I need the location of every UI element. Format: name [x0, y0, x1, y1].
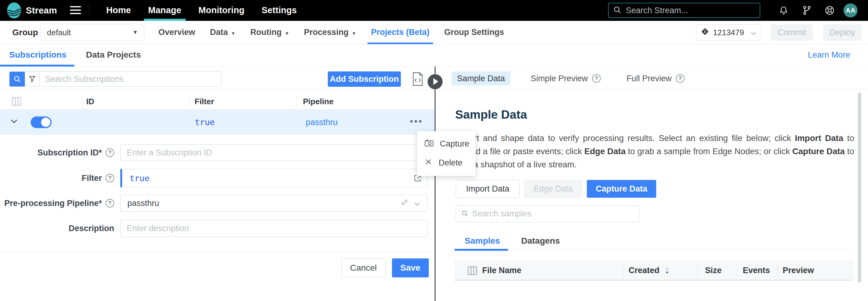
capture-data-button[interactable]: Capture Data — [587, 180, 656, 198]
sample-data-title: Sample Data — [455, 108, 527, 122]
chevron-down-icon[interactable] — [10, 119, 18, 125]
columns-icon[interactable] — [467, 266, 477, 276]
version-dropdown[interactable]: 1213479 — [696, 24, 761, 41]
enabled-toggle[interactable] — [31, 116, 52, 128]
filter-code-editor[interactable]: true — [120, 169, 428, 187]
git-branch-icon[interactable] — [802, 5, 812, 15]
row-filter-value[interactable]: true — [183, 110, 226, 135]
preview-panel: Sample Data Simple Preview ? Full Previe… — [436, 67, 868, 301]
search-icon — [461, 210, 468, 218]
help-icon[interactable]: ? — [592, 74, 601, 83]
filter-label: Filter — [82, 173, 102, 183]
column-header-pipeline[interactable]: Pipeline — [303, 94, 334, 109]
column-separator — [623, 265, 623, 277]
version-id: 1213479 — [713, 28, 744, 37]
tab-processing[interactable]: Processing▼ — [297, 21, 363, 44]
group-label: Group — [12, 21, 38, 44]
help-icon[interactable]: ? — [105, 199, 114, 207]
column-header-filter[interactable]: Filter — [195, 94, 214, 109]
nav-monitoring[interactable]: Monitoring — [190, 0, 253, 21]
cancel-button[interactable]: Cancel — [341, 258, 385, 277]
column-header-created[interactable]: Created — [629, 261, 660, 280]
row-pipeline-link[interactable]: passthru — [294, 110, 349, 135]
column-separator — [189, 95, 189, 108]
help-icon[interactable]: ? — [676, 74, 684, 83]
subscriptions-search-input[interactable] — [40, 72, 221, 87]
nav-manage[interactable]: Manage — [140, 0, 190, 21]
menu-item-capture[interactable]: Capture — [417, 134, 475, 153]
tab-subscriptions[interactable]: Subscriptions — [9, 44, 67, 67]
help-lifebuoy-icon[interactable] — [825, 5, 835, 15]
learn-more-link[interactable]: Learn More — [808, 44, 850, 67]
tab-simple-preview[interactable]: Simple Preview ? — [525, 71, 606, 86]
pipeline-label: Pre-processing Pipeline* — [4, 199, 102, 208]
menu-item-label: Capture — [440, 139, 469, 149]
description-label: Description — [68, 224, 114, 233]
help-icon[interactable]: ? — [105, 148, 114, 157]
sample-data-description: Import and shape data to verify processi… — [455, 132, 854, 171]
add-subscription-button[interactable]: Add Subscription — [328, 71, 401, 87]
hamburger-menu-icon[interactable] — [70, 6, 81, 14]
preview-tabs: Sample Data Simple Preview ? Full Previe… — [452, 71, 690, 86]
sort-desc-icon[interactable] — [665, 267, 669, 275]
tab-routing[interactable]: Routing▼ — [243, 21, 297, 44]
search-submit-button[interactable] — [9, 72, 25, 87]
help-icon[interactable]: ? — [105, 174, 114, 182]
tab-datagens[interactable]: Datagens — [521, 233, 560, 249]
samples-search — [456, 205, 639, 222]
column-separator — [296, 95, 297, 108]
sub-navigation: Subscriptions Data Projects Learn More — [0, 44, 868, 67]
description-label-row: Description — [0, 220, 114, 237]
chevron-down-icon — [414, 199, 421, 208]
tab-group-settings[interactable]: Group Settings — [437, 21, 512, 44]
filter-funnel-icon[interactable] — [25, 72, 40, 87]
filter-label-row: Filter ? — [0, 169, 114, 187]
subscription-row[interactable]: true passthru ••• — [0, 110, 435, 135]
group-select[interactable]: default ▼ — [40, 24, 144, 41]
pipeline-select[interactable]: passthru — [120, 195, 428, 212]
tab-samples[interactable]: Samples — [465, 233, 500, 249]
samples-search-input[interactable] — [472, 209, 619, 219]
caret-down-icon: ▼ — [231, 31, 236, 36]
column-header-size[interactable]: Size — [705, 261, 722, 280]
tabs-divider — [455, 250, 854, 250]
column-header-events[interactable]: Events — [743, 261, 770, 280]
column-header-id[interactable]: ID — [86, 94, 94, 109]
column-separator — [737, 265, 738, 277]
run-preview-play-button[interactable] — [428, 74, 443, 89]
subscription-id-label-row: Subscription ID* ? — [0, 144, 114, 161]
notifications-bell-icon[interactable] — [778, 5, 789, 15]
save-button[interactable]: Save — [392, 258, 429, 277]
code-file-icon[interactable] — [411, 71, 425, 87]
scrollbar-thumb[interactable] — [858, 93, 861, 282]
import-data-button[interactable]: Import Data — [456, 180, 520, 198]
caret-down-icon: ▼ — [352, 31, 356, 36]
active-tab-underline — [455, 249, 508, 251]
tab-data-projects[interactable]: Data Projects — [86, 44, 141, 67]
subscription-id-label: Subscription ID* — [37, 148, 102, 158]
link-icon[interactable] — [400, 198, 409, 209]
nav-home[interactable]: Home — [98, 0, 140, 21]
tab-projects-beta[interactable]: Projects (Beta) — [364, 21, 437, 44]
pipeline-select-value: passthru — [127, 199, 159, 208]
toggle-knob — [41, 118, 50, 127]
group-tabs: Overview Data▼ Routing▼ Processing▼ Proj… — [151, 21, 512, 44]
columns-icon[interactable] — [12, 97, 22, 107]
column-header-preview[interactable]: Preview — [783, 261, 814, 280]
menu-item-delete[interactable]: Delete — [417, 153, 475, 172]
nav-settings[interactable]: Settings — [253, 0, 305, 21]
user-avatar[interactable]: AA — [843, 3, 858, 18]
tab-overview[interactable]: Overview — [151, 21, 203, 44]
tab-data[interactable]: Data▼ — [203, 21, 243, 44]
x-icon — [425, 158, 432, 168]
column-header-file-name[interactable]: File Name — [482, 261, 522, 280]
caret-down-icon: ▼ — [284, 31, 289, 36]
camera-icon — [425, 138, 434, 149]
description-input[interactable] — [120, 220, 428, 237]
filter-expression: true — [129, 173, 150, 183]
global-search[interactable] — [608, 3, 760, 18]
tab-full-preview[interactable]: Full Preview ? — [621, 71, 690, 86]
global-search-input[interactable] — [626, 6, 742, 15]
subscription-id-input[interactable] — [120, 144, 428, 161]
tab-sample-data[interactable]: Sample Data — [452, 71, 510, 86]
